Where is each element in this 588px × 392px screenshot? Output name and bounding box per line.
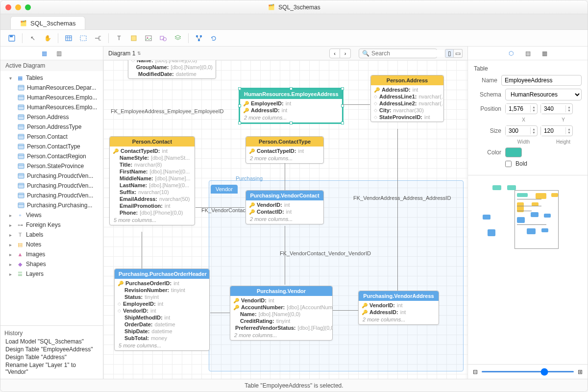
tree-node-images[interactable]: ▸▲Images: [0, 249, 103, 259]
shape-icon[interactable]: [159, 34, 168, 43]
inspector-layout-icon[interactable]: ▦: [540, 49, 549, 58]
tree-leaf[interactable]: Person.AddressType: [0, 122, 103, 132]
layer-icon[interactable]: [173, 34, 182, 43]
column-row[interactable]: 🔑AddressID: int: [371, 86, 443, 93]
entity-person-address[interactable]: Person.Address 🔑AddressID: int◇AddressLi…: [370, 75, 444, 122]
tree-leaf[interactable]: Purchasing.ProudctVen...: [0, 171, 103, 181]
table-icon[interactable]: [64, 34, 73, 43]
tree-leaf[interactable]: HumanResources.Depar...: [0, 83, 103, 93]
view-icon[interactable]: [79, 34, 88, 43]
view-segmented[interactable]: ▯ ▭: [445, 49, 463, 58]
diagram-canvas[interactable]: Purchasing Vendor FK_EmployeeAddress_Emp…: [103, 60, 467, 379]
more-columns[interactable]: 2 more columns...: [240, 114, 342, 122]
tree-leaf[interactable]: Person.ContactType: [0, 142, 103, 151]
tree-node-notes[interactable]: ▸▤Notes: [0, 240, 103, 249]
column-row[interactable]: Status: tinyint: [115, 294, 209, 300]
entity-purchase-order[interactable]: Purchasing.PurchaseOrderHeader 🔑Purchase…: [114, 269, 210, 351]
entity-contact-type[interactable]: Person.ContactType 🔑ContactTypeID: int2 …: [245, 136, 324, 164]
column-row[interactable]: ◇StateProvinceID: int: [371, 114, 443, 121]
y-input[interactable]: [541, 104, 565, 114]
column-row[interactable]: 🔑PurchaseOrderID: int: [115, 280, 209, 287]
column-row[interactable]: ShipDate: datetime: [115, 328, 209, 335]
entity-truncated-top[interactable]: ◇Name: [dbo].[Name](0,0)GroupName: [dbo]…: [128, 60, 216, 79]
more-columns[interactable]: 2 more columns...: [359, 316, 439, 323]
diagram-tree-icon[interactable]: ▥: [55, 49, 64, 58]
tree-leaf[interactable]: Person.Contact: [0, 132, 103, 142]
tree-leaf[interactable]: Person.Address: [0, 112, 103, 122]
column-row[interactable]: MiddleName: [dbo].[Name]...: [110, 175, 195, 182]
history-item[interactable]: Design Table "EmployeeAddress": [4, 345, 99, 353]
more-columns[interactable]: 5 more columns...: [110, 216, 195, 224]
column-row[interactable]: ◇Name: [dbo].[Name](0,0): [128, 60, 216, 64]
tree-leaf[interactable]: Purchasing.ProudctVen...: [0, 191, 103, 200]
column-row[interactable]: ◇AddressLine2: nvarchar(...: [371, 100, 443, 107]
column-row[interactable]: EmailPromotion: int: [110, 202, 195, 209]
bold-checkbox[interactable]: [505, 161, 512, 167]
nav-forward-button[interactable]: ›: [340, 49, 351, 58]
tree-node-labels[interactable]: ▸TLabels: [0, 230, 103, 240]
more-columns[interactable]: 2 more columns...: [246, 154, 323, 162]
column-row[interactable]: Suffix: nvarchar(10): [110, 189, 195, 196]
close-window-icon[interactable]: [5, 4, 11, 10]
column-row[interactable]: GroupName: [dbo].[Name](0,0): [128, 64, 216, 71]
x-spinbox[interactable]: ▲▼: [505, 103, 538, 114]
model-tree-icon[interactable]: ▦: [40, 49, 49, 58]
column-row[interactable]: RevisionNumber: tinyint: [115, 287, 209, 294]
y-spinbox[interactable]: ▲▼: [540, 103, 573, 114]
tree-leaf[interactable]: HumanResources.Emplo...: [0, 102, 103, 112]
tree-node-foreign-keys[interactable]: ▸⊶Foreign Keys: [0, 220, 103, 230]
entity-employee-address[interactable]: HumanResources.EmployeeAddress 🔑Employee…: [240, 89, 343, 123]
column-row[interactable]: ◇City: nvarchar(30): [371, 107, 443, 114]
name-input[interactable]: [501, 75, 582, 86]
zoom-in-icon[interactable]: ⊞: [578, 368, 583, 375]
column-row[interactable]: 🔑AddressID: int: [359, 309, 439, 316]
inspector-style-icon[interactable]: ▤: [523, 49, 532, 58]
entity-vendor[interactable]: Purchasing.Vendor 🔑VendorID: int🔑Account…: [230, 286, 333, 341]
outline-tree[interactable]: ▾▦TablesHumanResources.Depar...HumanReso…: [0, 71, 103, 325]
w-input[interactable]: [506, 126, 530, 136]
column-row[interactable]: 🔑ContactTypeID: int: [110, 147, 195, 154]
h-spinbox[interactable]: ▲▼: [540, 125, 573, 136]
history-item[interactable]: Rename Layer "Layer 1" to "Vendor": [4, 361, 99, 376]
schema-select[interactable]: HumanResources: [505, 89, 582, 100]
tree-node-layers[interactable]: ▸☰Layers: [0, 269, 103, 279]
column-row[interactable]: 🔑ContactTypeID: int: [246, 147, 323, 154]
column-row[interactable]: CreditRating: tinyint: [230, 318, 332, 324]
more-columns[interactable]: 2 more columns...: [246, 215, 323, 223]
minimap[interactable]: [468, 175, 588, 364]
history-item[interactable]: Design Table "Address": [4, 353, 99, 361]
relation-icon[interactable]: [94, 34, 102, 43]
column-row[interactable]: ShipMethodID: int: [115, 314, 209, 321]
column-row[interactable]: 🔑AddressID: int: [240, 107, 342, 114]
more-columns[interactable]: 5 more columns...: [115, 342, 209, 349]
column-row[interactable]: Title: nvarchar(8): [110, 161, 195, 168]
history-item[interactable]: Load Model "SQL_3schemas": [4, 338, 99, 345]
tree-leaf[interactable]: HumanResources.Emplo...: [0, 93, 103, 102]
column-row[interactable]: 🔑VendorID: int: [246, 201, 323, 208]
column-row[interactable]: 🔑ContactID: int: [246, 208, 323, 215]
column-row[interactable]: ModifiedDate: datetime: [128, 71, 216, 77]
nav-back-button[interactable]: ‹: [329, 49, 340, 58]
w-spinbox[interactable]: ▲▼: [505, 125, 538, 136]
column-row[interactable]: ◇EmployeeID: int: [115, 300, 209, 307]
column-row[interactable]: EmailAddress: nvarchar(50): [110, 196, 195, 202]
text-icon[interactable]: T: [115, 34, 123, 43]
column-row[interactable]: FirstName: [dbo].[Name](0...: [110, 168, 195, 175]
entity-person-contact[interactable]: Person.Contact 🔑ContactTypeID: intNameSt…: [109, 136, 195, 225]
column-row[interactable]: Phone: [dbo].[Phone](0,0): [110, 209, 195, 216]
tree-leaf[interactable]: Person.StateProvince: [0, 161, 103, 171]
view-full-icon[interactable]: ▯: [445, 49, 454, 58]
column-row[interactable]: 🔑EmployeeID: int: [240, 100, 342, 107]
entity-vendor-address[interactable]: Purchasing.VendorAddress 🔑VendorID: int🔑…: [358, 291, 439, 325]
note-icon[interactable]: [129, 34, 138, 43]
column-row[interactable]: ◇VendorID: int: [115, 307, 209, 314]
tree-leaf[interactable]: Purchasing.ProudctVen...: [0, 181, 103, 191]
column-row[interactable]: 🔑VendorID: int: [230, 297, 332, 304]
inspector-object-icon[interactable]: ⬡: [507, 49, 515, 58]
column-row[interactable]: 🔑AccountNumber: [dbo].[AccountNumber]...: [230, 304, 332, 311]
save-icon[interactable]: [7, 34, 16, 43]
search-box[interactable]: 🔍: [359, 49, 437, 58]
column-row[interactable]: NameStyle: [dbo].[NameSt...: [110, 154, 195, 161]
column-row[interactable]: LastName: [dbo].[Name](0...: [110, 182, 195, 189]
tree-leaf[interactable]: Purchasing.Purchasing...: [0, 200, 103, 210]
